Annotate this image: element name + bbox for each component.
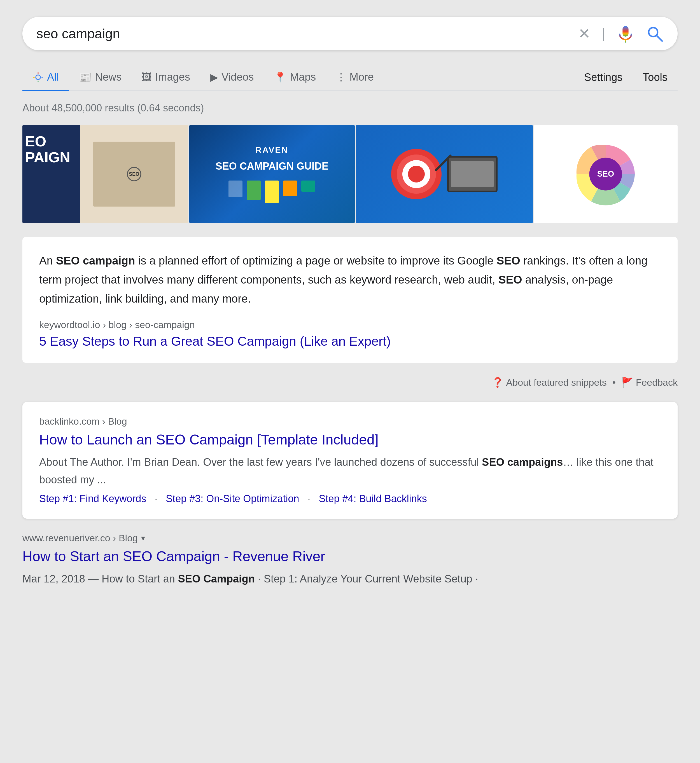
tab-all-label: All bbox=[47, 71, 59, 83]
results-count: About 48,500,000 results (0.64 seconds) bbox=[22, 102, 678, 114]
svg-point-2 bbox=[36, 75, 41, 80]
svg-line-1 bbox=[657, 36, 662, 41]
all-tab-icon bbox=[33, 72, 44, 83]
news-tab-icon: 📰 bbox=[79, 71, 92, 83]
images-tab-icon: 🖼 bbox=[142, 71, 152, 83]
question-icon: ❓ bbox=[492, 377, 503, 388]
image-card-1[interactable]: EOPAIGN SEO bbox=[22, 125, 188, 223]
more-tab-icon: ⋮ bbox=[336, 71, 346, 83]
image-card-2[interactable]: RAVEN SEO CAMPAIGN GUIDE bbox=[189, 125, 355, 223]
snippet-source: keywordtool.io › blog › seo-campaign bbox=[39, 319, 661, 330]
result-card-2: www.revenueriver.co › Blog ▾ How to Star… bbox=[22, 524, 678, 601]
result-link-backlinks[interactable]: Step #4: Build Backlinks bbox=[319, 493, 427, 505]
snippet-title[interactable]: 5 Easy Steps to Run a Great SEO Campaign… bbox=[39, 334, 661, 349]
search-icons: ✕ | bbox=[578, 25, 664, 42]
feedback-bar: ❓ About featured snippets • 🚩 Feedback bbox=[22, 371, 678, 393]
result-source-1: backlinko.com › Blog bbox=[39, 416, 661, 427]
svg-point-0 bbox=[649, 28, 658, 37]
result-link-keywords[interactable]: Step #1: Find Keywords bbox=[39, 493, 146, 505]
result-source-2: www.revenueriver.co › Blog ▾ bbox=[22, 533, 678, 543]
result-desc-2: Mar 12, 2018 — How to Start an SEO Campa… bbox=[22, 570, 678, 588]
page-wrapper: ✕ | bbox=[0, 0, 700, 626]
search-icon[interactable] bbox=[646, 25, 664, 42]
videos-tab-icon: ▶ bbox=[210, 71, 218, 83]
feedback-label: Feedback bbox=[636, 377, 678, 388]
svg-text:SEO: SEO bbox=[129, 171, 139, 177]
snippet-text: An SEO campaign is a planned effort of o… bbox=[39, 251, 661, 308]
result-card-1: backlinko.com › Blog How to Launch an SE… bbox=[22, 402, 678, 519]
result-source-2-text: www.revenueriver.co › Blog bbox=[22, 533, 138, 543]
image-card-3[interactable] bbox=[356, 125, 533, 223]
dropdown-arrow-2[interactable]: ▾ bbox=[141, 534, 145, 543]
clear-icon[interactable]: ✕ bbox=[578, 25, 591, 42]
feedback-icon: 🚩 bbox=[621, 377, 633, 388]
tab-more-label: More bbox=[350, 71, 374, 83]
tab-videos[interactable]: ▶ Videos bbox=[200, 64, 264, 91]
search-bar: ✕ | bbox=[22, 17, 678, 50]
link-separator-1: · bbox=[155, 493, 157, 505]
mic-icon[interactable] bbox=[617, 25, 634, 42]
result-desc-1: About The Author. I'm Brian Dean. Over t… bbox=[39, 453, 661, 488]
dot-separator: • bbox=[612, 377, 616, 388]
nav-tabs: All 📰 News 🖼 Images ▶ Videos 📍 Maps ⋮ Mo… bbox=[22, 64, 678, 91]
image-card-4[interactable]: SEO bbox=[534, 125, 678, 223]
result-title-1[interactable]: How to Launch an SEO Campaign [Template … bbox=[39, 431, 661, 449]
tab-maps[interactable]: 📍 Maps bbox=[264, 64, 326, 91]
tab-more[interactable]: ⋮ More bbox=[326, 64, 384, 91]
maps-tab-icon: 📍 bbox=[274, 71, 286, 83]
tab-news-label: News bbox=[95, 71, 122, 83]
result-title-2[interactable]: How to Start an SEO Campaign - Revenue R… bbox=[22, 548, 678, 566]
tools-link[interactable]: Tools bbox=[633, 65, 678, 90]
link-separator-2: · bbox=[308, 493, 310, 505]
about-snippets-label: About featured snippets bbox=[506, 377, 607, 388]
tab-news[interactable]: 📰 News bbox=[69, 64, 131, 91]
tab-images-label: Images bbox=[155, 71, 190, 83]
svg-text:SEO: SEO bbox=[597, 169, 614, 178]
result-link-onsite[interactable]: Step #3: On-Site Optimization bbox=[166, 493, 299, 505]
result-links-1: Step #1: Find Keywords · Step #3: On-Sit… bbox=[39, 493, 661, 505]
tab-all[interactable]: All bbox=[22, 64, 69, 91]
tab-maps-label: Maps bbox=[290, 71, 316, 83]
tab-images[interactable]: 🖼 Images bbox=[131, 64, 200, 91]
feedback-button[interactable]: 🚩 Feedback bbox=[621, 377, 678, 388]
tab-videos-label: Videos bbox=[222, 71, 254, 83]
featured-snippet: An SEO campaign is a planned effort of o… bbox=[22, 237, 678, 363]
settings-link[interactable]: Settings bbox=[574, 65, 633, 90]
about-snippets[interactable]: ❓ About featured snippets bbox=[492, 377, 607, 388]
images-strip: EOPAIGN SEO RAVEN SEO CAMPAIGN GUIDE bbox=[22, 125, 678, 223]
search-input[interactable] bbox=[36, 26, 578, 41]
